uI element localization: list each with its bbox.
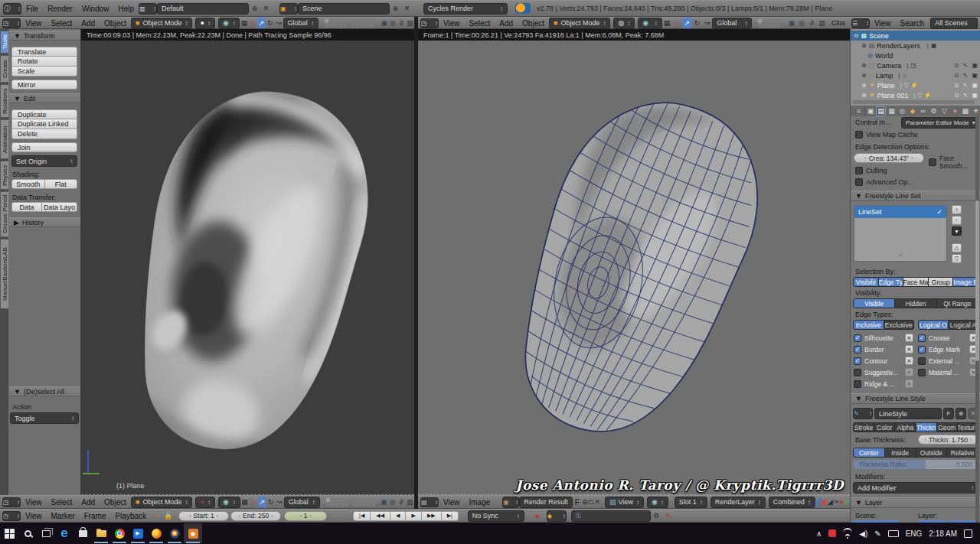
layout-name-field[interactable]: Default xyxy=(157,3,249,15)
record-icon[interactable]: ● xyxy=(838,497,844,507)
mode-dropdown[interactable]: ■Object Mode↕ xyxy=(131,18,192,29)
editor-type-3dview-icon[interactable]: ◳↕ xyxy=(2,18,21,28)
sync-mode-dropdown[interactable]: No Sync↕ xyxy=(468,510,524,522)
image-view-dropdown[interactable]: ▧View↕ xyxy=(605,497,644,508)
render-restrict-icon[interactable]: ▣ xyxy=(972,62,978,69)
touch-keyboard-icon[interactable] xyxy=(888,530,899,537)
select-menu[interactable]: Select xyxy=(47,19,77,28)
rotate-manipulator-icon[interactable]: ↻ xyxy=(692,18,702,28)
visible-toggle[interactable]: Visible xyxy=(853,298,895,308)
firefox-icon[interactable] xyxy=(147,523,165,543)
render-tab-icon[interactable]: ▣ xyxy=(866,106,876,116)
add-lineset-icon[interactable]: ＋ xyxy=(952,205,962,214)
thickness-tab[interactable]: Thickn xyxy=(916,422,937,432)
manipulator-axis-icon[interactable]: ⊹ xyxy=(249,497,257,507)
rendered-viewport[interactable]: (1) Plane xyxy=(81,41,414,495)
zbuffer-icon[interactable]: ◢ xyxy=(828,497,833,507)
tab-physics[interactable]: Physics xyxy=(0,161,8,190)
menu-render[interactable]: Render xyxy=(43,5,77,13)
paint-mode-icon[interactable]: ✑ xyxy=(833,497,839,507)
render-engine-dropdown[interactable]: Cycles Render↕ xyxy=(423,3,508,15)
editor-type-3dview-icon[interactable]: ◳↕ xyxy=(420,18,439,28)
mode-dropdown[interactable]: ■Object Mode↕ xyxy=(549,18,610,29)
viewport-shading-dropdown[interactable]: ◍↕ xyxy=(613,18,635,29)
snap-icon[interactable]: ▦ xyxy=(240,497,249,507)
delete-button[interactable]: Delete xyxy=(11,129,77,139)
add-menu[interactable]: Add xyxy=(495,19,518,28)
tab-tools[interactable]: Tools xyxy=(0,31,8,54)
outliner-scope-dropdown[interactable]: All Scenes xyxy=(930,18,978,29)
view-menu[interactable]: View xyxy=(21,498,47,507)
rotate-button[interactable]: Rotate xyxy=(11,57,77,67)
flat-button[interactable]: Flat xyxy=(45,179,78,189)
image-fake-user-button[interactable]: F xyxy=(573,498,582,507)
time-cursor-icon[interactable]: ◔ xyxy=(151,510,162,521)
add-layout-icon[interactable]: ⊕ xyxy=(249,3,260,14)
image-name-field[interactable]: Render Result xyxy=(519,497,573,508)
action-center-icon[interactable] xyxy=(964,529,972,538)
scale-manipulator-icon[interactable]: ↝ xyxy=(275,497,283,507)
timeline-playback-menu[interactable]: Playback xyxy=(111,512,152,520)
select-arrow-icon[interactable]: ↖ xyxy=(963,82,969,89)
mirror-button[interactable]: Mirror xyxy=(11,80,77,90)
duplicate-linked-button[interactable]: Duplicate Linked xyxy=(11,119,77,129)
proportional-edit-icon[interactable]: ◎ xyxy=(797,18,807,28)
snap-icon[interactable]: ▦ xyxy=(240,18,248,28)
panel-layer[interactable]: ▼Layer xyxy=(851,497,980,508)
hidden-toggle[interactable]: Hidden xyxy=(895,298,936,308)
edge-type-material[interactable]: Material ...✕ xyxy=(918,368,978,376)
remove-lineset-icon[interactable]: － xyxy=(952,216,962,225)
logical-or-toggle[interactable]: Logical O xyxy=(918,320,949,330)
viewport-shading-dropdown[interactable]: ●↕ xyxy=(195,18,214,29)
lock-camera-icon[interactable]: ▣ xyxy=(786,18,796,28)
select-arrow-icon[interactable]: ↖ xyxy=(963,92,969,99)
translate-button[interactable]: Translate xyxy=(11,47,77,57)
world-tab-icon[interactable]: ◎ xyxy=(897,106,907,116)
eye-icon[interactable]: ⊙ xyxy=(954,72,959,79)
snap-magnet-icon[interactable]: ∂ xyxy=(397,18,406,28)
search-icon[interactable] xyxy=(18,523,37,543)
display-channels-icon[interactable]: ▞ xyxy=(815,497,821,507)
delete-layout-icon[interactable]: ✕ xyxy=(260,3,272,14)
active-app-icon[interactable]: ◉ xyxy=(184,523,202,543)
scale-manipulator-icon[interactable]: ↝ xyxy=(274,18,283,28)
editor-type-outliner-icon[interactable]: ☰↕ xyxy=(851,18,870,28)
exclusive-toggle[interactable]: Exclusive xyxy=(884,320,915,330)
panel-freestyle-line-set[interactable]: ▼Freestyle Line Set xyxy=(851,191,980,201)
alpha-tab[interactable]: Alpha xyxy=(895,422,916,432)
selection-edge-types-toggle[interactable]: Edge Ty xyxy=(879,277,904,287)
orientation-dropdown[interactable]: Global↕ xyxy=(284,497,320,508)
render-restrict-icon[interactable]: ▣ xyxy=(972,82,978,89)
menu-file[interactable]: File xyxy=(21,5,43,13)
snap-magnet-icon[interactable]: ∂ xyxy=(807,18,817,28)
new-image-icon[interactable]: ⊕ xyxy=(582,497,588,507)
scale-manipulator-icon[interactable]: ↝ xyxy=(702,18,712,28)
list-resize-grip[interactable]: ＝ xyxy=(897,250,904,260)
render-ot-icon[interactable]: ▥ xyxy=(406,497,414,507)
select-menu[interactable]: Select xyxy=(47,498,77,507)
edge-type-contour[interactable]: ✓Contour✕ xyxy=(854,357,913,365)
translate-manipulator-icon[interactable]: ↗ xyxy=(682,18,692,28)
thickness-ratio-slider[interactable]: Thickness Ratio: 0.500 xyxy=(853,460,978,469)
eye-icon[interactable]: ⊙ xyxy=(954,92,959,99)
add-menu[interactable]: Add xyxy=(77,498,100,507)
linestyle-brush-icon[interactable]: ✎↕ xyxy=(853,408,873,419)
movies-tv-icon[interactable]: ▶ xyxy=(129,523,147,543)
jump-to-end-button[interactable]: ▶| xyxy=(442,511,459,521)
open-image-icon[interactable]: 🗀 xyxy=(587,497,594,507)
control-mode-dropdown[interactable]: Parameter Editor Mode▾ xyxy=(901,117,978,129)
rotate-manipulator-icon[interactable]: ↻ xyxy=(266,497,275,507)
viewport-shading-dropdown[interactable]: ●↕ xyxy=(195,497,215,508)
modifiers-tab-icon[interactable]: ⚙ xyxy=(929,106,939,116)
image-view-menu[interactable]: View xyxy=(439,498,465,507)
render-restrict-icon[interactable]: ▣ xyxy=(972,92,978,99)
timeline-marker-menu[interactable]: Marker xyxy=(47,512,80,520)
object-data-tab-icon[interactable]: ▽ xyxy=(939,106,949,116)
editor-type-image-icon[interactable]: ▤↕ xyxy=(420,497,439,507)
render-ot-icon[interactable]: ▥ xyxy=(817,18,827,28)
view-menu[interactable]: View xyxy=(439,19,465,28)
data-button[interactable]: Data xyxy=(11,202,42,212)
editor-type-timeline-icon[interactable]: ◷↕ xyxy=(2,511,21,521)
texture-tab-icon[interactable]: ▩ xyxy=(960,106,970,116)
play-icon[interactable]: ● xyxy=(844,497,850,507)
